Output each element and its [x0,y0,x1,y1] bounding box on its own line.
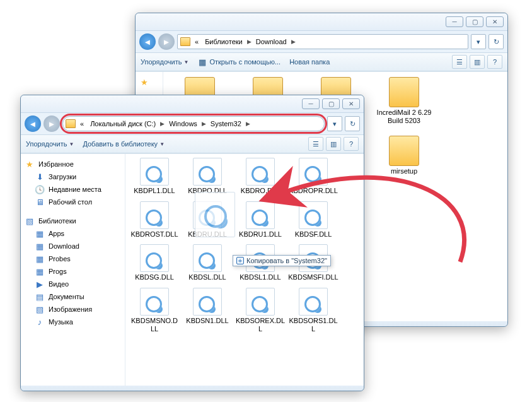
breadcrumb-prefix: « [193,37,200,47]
maximize-button[interactable]: ▢ [466,16,483,27]
sidebar-item[interactable]: ▦Download [23,240,122,252]
file-item[interactable]: KBDSN1.DLL [182,288,233,333]
explorer-window-system32: ─ ▢ ✕ ◄ ► « Локальный диск (C:) ▶ Window… [20,95,364,391]
favorites-header[interactable]: ★ Избранное [23,158,122,170]
view-button[interactable]: ☰ [308,137,323,151]
titlebar[interactable]: ─ ▢ ✕ [136,13,507,31]
dll-icon [140,201,169,229]
add-to-library-label: Добавить в библиотеку [83,140,158,148]
file-item[interactable]: KBDPO.DLL [182,158,233,195]
minimize-button[interactable]: ─ [302,98,320,109]
favorites-header[interactable]: ★ [138,76,160,88]
file-item[interactable]: KBDSG.DLL [129,244,180,281]
nav-icon: ⬇ [35,172,45,182]
sidebar-item[interactable]: ▶Видео [23,278,122,290]
address-bar[interactable]: « Локальный диск (C:) ▶ Windows ▶ System… [62,116,325,131]
file-item[interactable]: KBDSMSNO.DLL [129,288,180,333]
maximize-button[interactable]: ▢ [322,98,340,109]
back-button[interactable]: ◄ [25,115,41,132]
sidebar-item[interactable]: ▤Документы [23,290,122,303]
help-button[interactable]: ? [344,137,359,151]
sidebar-item-label: Рабочий стол [49,198,92,206]
file-item[interactable]: KBDSL.DLL [182,244,233,281]
file-item[interactable]: KBDSOREX.DLL [235,288,286,333]
file-label: KBDSN1.DLL [182,317,233,325]
help-button[interactable]: ? [487,55,502,69]
file-item[interactable]: mirsetup [373,136,436,183]
sidebar-item-label: Progs [49,268,67,275]
sidebar-item[interactable]: ♪Музыка [23,316,122,328]
sidebar-item[interactable]: 🖥Рабочий стол [23,196,122,208]
sidebar-item[interactable]: 🕓Недавние места [23,183,122,196]
sidebar-item-label: Видео [49,280,69,288]
chevron-right-icon: ▶ [246,121,250,127]
file-item[interactable]: IncrediMail 2 6.29 Build 5203 [373,77,436,124]
sidebar-item-label: Изображения [49,305,92,313]
address-bar[interactable]: « Библиотеки ▶ Download ▶ [177,34,468,49]
file-item[interactable]: KBDRO.DLL [235,158,286,195]
organize-menu[interactable]: Упорядочить ▼ [141,58,188,66]
dll-icon [246,158,275,186]
library-icon: ▦ [35,228,45,239]
breadcrumb-download[interactable]: Download [254,37,289,47]
file-label: KBDSF.DLL [288,230,338,239]
file-item[interactable]: KBDRU1.DLL [235,201,286,239]
sidebar-item-label: Документы [49,293,84,300]
file-label: KBDSMSNO.DLL [129,317,180,333]
folder-icon [389,77,419,107]
file-label: KBDSOREX.DLL [235,317,286,333]
back-button[interactable]: ◄ [139,33,156,50]
chevron-right-icon: ▶ [202,121,206,127]
minimize-button[interactable]: ─ [446,16,463,27]
sidebar-item[interactable]: ▦Probes [23,252,122,265]
close-button[interactable]: ✕ [486,16,504,27]
forward-button[interactable]: ► [158,33,175,50]
sidebar-item-label: Download [49,242,79,250]
sidebar-item[interactable]: ⬇Загрузки [23,170,122,183]
refresh-arrow-button[interactable]: ▾ [327,116,342,131]
refresh-arrow-button[interactable]: ▾ [471,34,486,49]
file-grid[interactable]: KBDPL1.DLLKBDPO.DLLKBDRO.DLLKBDROPR.DLLK… [125,154,364,386]
navbar: ◄ ► « Библиотеки ▶ Download ▶ ▾ ↻ [136,31,507,52]
libraries-label: Библиотеки [38,217,76,225]
file-label: KBDROPR.DLL [288,187,338,195]
breadcrumb-windows[interactable]: Windows [167,119,199,129]
star-icon: ★ [25,159,35,169]
file-item[interactable]: KBDROST.DLL [129,201,180,239]
dll-icon [193,158,222,186]
plus-icon: + [236,257,244,264]
refresh-button[interactable]: ↻ [345,116,360,131]
breadcrumb-system32[interactable]: System32 [209,119,243,129]
new-folder-button[interactable]: Новая папка [289,58,330,66]
file-item[interactable]: KBDROPR.DLL [288,158,338,195]
file-item[interactable]: KBDSF.DLL [288,201,338,239]
sidebar-item[interactable]: ▦Progs [23,265,122,278]
forward-button[interactable]: ► [43,115,60,132]
sidebar-item[interactable]: ▧Изображения [23,303,122,316]
organize-menu[interactable]: Упорядочить ▼ [26,140,74,148]
preview-pane-button[interactable]: ▥ [470,55,485,69]
libraries-header[interactable]: ▧ Библиотеки [23,215,122,227]
dll-icon [299,158,328,186]
open-with-menu[interactable]: ▦ Открыть с помощью... [197,57,280,67]
breadcrumb-libraries[interactable]: Библиотеки [203,37,245,47]
view-button[interactable]: ☰ [452,55,467,69]
drag-ghost [195,192,235,239]
app-icon [389,136,419,166]
titlebar[interactable]: ─ ▢ ✕ [21,95,364,113]
preview-pane-button[interactable]: ▥ [326,137,341,151]
library-icon: ▦ [35,241,45,251]
nav-icon: 🕓 [35,184,45,194]
file-item[interactable]: KBDPL1.DLL [129,158,180,195]
close-button[interactable]: ✕ [342,98,360,109]
library-icon: ♪ [35,317,45,327]
add-to-library-menu[interactable]: Добавить в библиотеку ▼ [83,140,165,148]
file-label: KBDRU1.DLL [235,230,286,239]
library-icon: ▶ [35,279,45,289]
file-label: KBDRO.DLL [235,187,286,195]
file-item[interactable]: KBDSORS1.DLL [288,288,338,333]
sidebar-item[interactable]: ▦Apps [23,227,122,240]
sidebar-item-label: Музыка [49,318,73,326]
refresh-button[interactable]: ↻ [489,34,504,49]
breadcrumb-disk-c[interactable]: Локальный диск (C:) [88,119,158,129]
